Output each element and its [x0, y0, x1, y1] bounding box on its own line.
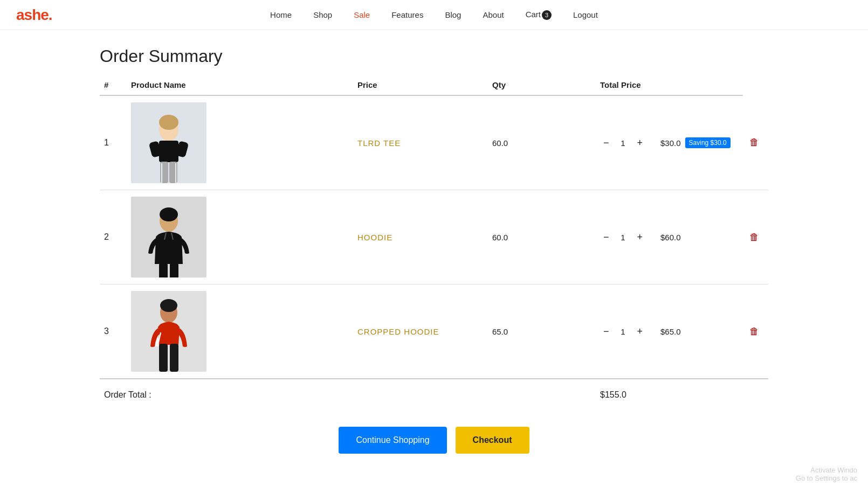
delete-button-3[interactable]: 🗑 — [747, 324, 761, 339]
row-product-name-1: TLRD TEE — [353, 95, 488, 190]
table-row: 3 — [100, 284, 768, 379]
row-price-1: 60.0 — [488, 95, 596, 190]
row-image-3 — [127, 284, 353, 379]
nav-cart[interactable]: Cart3 — [526, 10, 552, 20]
table-row: 1 — [100, 95, 768, 190]
col-header-actions — [656, 75, 743, 95]
row-product-name-3: CROPPED HOODIE — [353, 284, 488, 379]
brand-name-text: ashe — [16, 6, 49, 23]
row-image-2 — [127, 190, 353, 284]
col-header-product: Product Name — [127, 75, 353, 95]
row-delete-1[interactable]: 🗑 — [743, 95, 768, 190]
col-header-total: Total Price — [596, 75, 656, 95]
svg-point-2 — [159, 115, 178, 130]
qty-value-2: 1 — [618, 233, 629, 242]
svg-rect-16 — [170, 263, 178, 277]
qty-decrease-2[interactable]: − — [600, 231, 612, 243]
svg-point-19 — [160, 299, 177, 312]
nav-sale[interactable]: Sale — [354, 10, 370, 19]
nav-home[interactable]: Home — [270, 10, 292, 19]
row-image-1 — [127, 95, 353, 190]
qty-increase-2[interactable]: + — [634, 231, 646, 243]
row-delete-3[interactable]: 🗑 — [743, 284, 768, 379]
svg-rect-23 — [170, 344, 178, 372]
row-qty-3[interactable]: − 1 + — [596, 284, 656, 379]
order-total-label: Order Total : — [100, 379, 596, 411]
order-table: # Product Name Price Qty Total Price 1 — [100, 75, 768, 411]
qty-value-1: 1 — [618, 138, 629, 148]
row-total-3: $65.0 — [656, 284, 743, 379]
brand-dot: . — [49, 6, 52, 23]
continue-shopping-button[interactable]: Continue Shopping — [339, 427, 446, 454]
row-num-1: 1 — [100, 95, 127, 190]
row-num-2: 2 — [100, 190, 127, 284]
nav-shop[interactable]: Shop — [313, 10, 332, 19]
svg-rect-22 — [159, 344, 168, 372]
row-total-1: $30.0 Saving $30.0 — [656, 95, 743, 190]
nav-blog[interactable]: Blog — [445, 10, 461, 19]
navigation: ashe. Home Shop Sale Features Blog About… — [0, 0, 868, 30]
svg-point-12 — [160, 207, 178, 221]
action-buttons: Continue Shopping Checkout — [100, 427, 768, 454]
row-qty-1[interactable]: − 1 + — [596, 95, 656, 190]
qty-value-3: 1 — [618, 327, 629, 336]
checkout-button[interactable]: Checkout — [456, 427, 529, 454]
row-qty-2[interactable]: − 1 + — [596, 190, 656, 284]
qty-increase-3[interactable]: + — [634, 325, 646, 337]
nav-logout[interactable]: Logout — [573, 10, 598, 19]
col-header-price: Price — [353, 75, 488, 95]
col-header-num: # — [100, 75, 127, 95]
row-product-name-2: HOODIE — [353, 190, 488, 284]
delete-button-1[interactable]: 🗑 — [747, 135, 761, 150]
brand-logo: ashe. — [16, 6, 52, 24]
saving-badge-1: Saving $30.0 — [685, 137, 731, 148]
main-content: Order Summary # Product Name Price Qty T… — [57, 30, 811, 486]
nav-features[interactable]: Features — [391, 10, 423, 19]
row-price-2: 60.0 — [488, 190, 596, 284]
qty-decrease-1[interactable]: − — [600, 137, 612, 149]
nav-about[interactable]: About — [483, 10, 504, 19]
row-price-3: 65.0 — [488, 284, 596, 379]
qty-increase-1[interactable]: + — [634, 137, 646, 149]
cart-badge: 3 — [542, 10, 552, 20]
row-num-3: 3 — [100, 284, 127, 379]
svg-rect-15 — [159, 263, 168, 277]
delete-button-2[interactable]: 🗑 — [747, 230, 761, 245]
row-total-2: $60.0 — [656, 190, 743, 284]
qty-decrease-3[interactable]: − — [600, 325, 612, 337]
activate-watermark: Activate Windo Go to Settings to ac — [796, 466, 857, 482]
row-delete-2[interactable]: 🗑 — [743, 190, 768, 284]
page-title: Order Summary — [100, 46, 768, 66]
order-total-value: $155.0 — [596, 379, 656, 411]
col-header-qty: Qty — [488, 75, 596, 95]
table-row: 2 — [100, 190, 768, 284]
svg-rect-3 — [159, 141, 178, 162]
